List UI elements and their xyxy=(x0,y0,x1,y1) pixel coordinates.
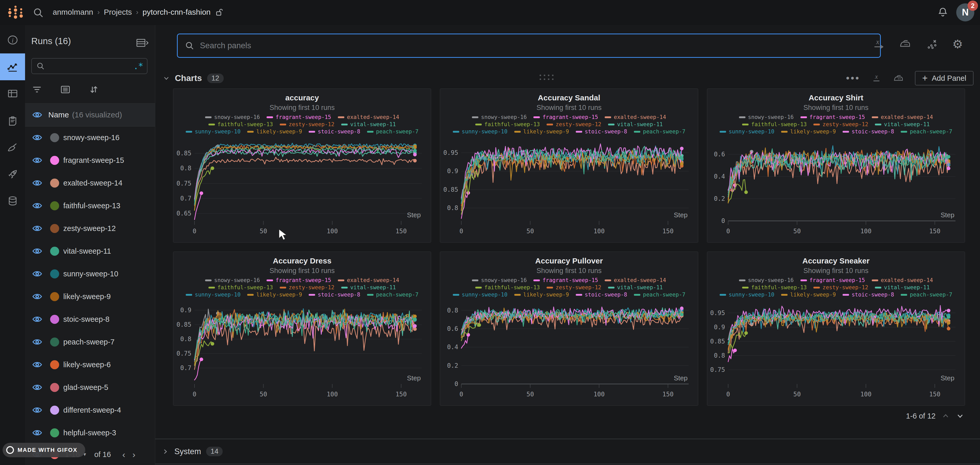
visibility-eye-icon[interactable] xyxy=(32,291,43,302)
run-name[interactable]: likely-sweep-9 xyxy=(63,292,111,301)
visibility-eye-icon[interactable] xyxy=(32,336,43,348)
visibility-eye-icon[interactable] xyxy=(32,268,43,279)
visibility-eye-icon[interactable] xyxy=(32,405,43,416)
run-row[interactable]: different-sweep-4 xyxy=(25,399,155,421)
visibility-eye-icon[interactable] xyxy=(32,427,43,438)
legend-item[interactable]: faithful-sweep-13 xyxy=(742,284,807,291)
visibility-eye-icon[interactable] xyxy=(32,132,43,143)
legend-item[interactable]: stoic-sweep-8 xyxy=(309,291,360,298)
group-list-icon[interactable] xyxy=(60,84,71,95)
legend-item[interactable]: zesty-sweep-12 xyxy=(280,121,334,128)
run-row[interactable]: likely-sweep-9 xyxy=(25,285,155,308)
regex-toggle-icon[interactable]: .* xyxy=(133,61,143,71)
run-name[interactable]: stoic-sweep-8 xyxy=(63,315,110,324)
legend-item[interactable]: snowy-sweep-16 xyxy=(472,114,527,121)
outliers-icon[interactable] xyxy=(926,37,939,51)
legend-item[interactable]: zesty-sweep-12 xyxy=(280,284,334,291)
run-row[interactable]: zesty-sweep-12 xyxy=(25,217,155,240)
run-name[interactable]: exalted-sweep-14 xyxy=(63,179,123,187)
drag-handle-icon[interactable] xyxy=(539,75,554,80)
sort-icon[interactable] xyxy=(88,84,99,95)
legend-item[interactable]: peach-sweep-7 xyxy=(367,291,418,298)
legend-item[interactable]: fragrant-sweep-15 xyxy=(800,114,865,121)
prev-page-button[interactable]: ‹ xyxy=(119,449,129,460)
legend-item[interactable]: peach-sweep-7 xyxy=(901,128,952,135)
rail-item-sweeps[interactable] xyxy=(0,134,25,161)
legend-item[interactable]: fragrant-sweep-15 xyxy=(800,277,865,284)
visibility-eye-icon[interactable] xyxy=(32,382,43,393)
legend-item[interactable]: peach-sweep-7 xyxy=(367,128,418,135)
legend-item[interactable]: exalted-sweep-14 xyxy=(605,277,666,284)
legend-item[interactable]: fragrant-sweep-15 xyxy=(533,277,598,284)
legend-item[interactable]: fragrant-sweep-15 xyxy=(267,114,331,121)
legend-item[interactable]: fragrant-sweep-15 xyxy=(533,114,598,121)
legend-item[interactable]: faithful-sweep-13 xyxy=(742,121,807,128)
visibility-eye-icon[interactable] xyxy=(32,178,43,188)
legend-item[interactable]: vital-sweep-11 xyxy=(341,121,396,128)
chart-panel[interactable]: Accuracy Shirt Showing first 10 runs sno… xyxy=(707,89,965,243)
legend-item[interactable]: zesty-sweep-12 xyxy=(813,121,868,128)
run-name[interactable]: faithful-sweep-13 xyxy=(63,202,120,210)
run-row[interactable]: sunny-sweep-10 xyxy=(25,262,155,285)
run-row[interactable]: snowy-sweep-16 xyxy=(25,126,155,149)
run-name[interactable]: sunny-sweep-10 xyxy=(63,270,118,278)
run-row[interactable]: helpful-sweep-3 xyxy=(25,421,155,444)
visibility-eye-icon[interactable] xyxy=(32,223,43,234)
rail-item-launch[interactable] xyxy=(0,161,25,187)
rail-item-notes[interactable] xyxy=(0,107,25,134)
legend-item[interactable]: exalted-sweep-14 xyxy=(338,114,399,121)
rail-item-overview[interactable]: i xyxy=(0,27,25,53)
legend-item[interactable]: zesty-sweep-12 xyxy=(813,284,868,291)
legend-item[interactable]: fragrant-sweep-15 xyxy=(267,277,331,284)
run-name[interactable]: different-sweep-4 xyxy=(63,406,121,414)
runs-table-expand-icon[interactable] xyxy=(136,37,149,49)
run-name[interactable]: zesty-sweep-12 xyxy=(63,224,116,233)
legend-item[interactable]: vital-sweep-11 xyxy=(875,284,930,291)
legend-item[interactable]: peach-sweep-7 xyxy=(634,291,685,298)
legend-item[interactable]: likely-sweep-9 xyxy=(247,291,302,298)
visibility-eye-icon[interactable] xyxy=(32,314,43,325)
run-name[interactable]: helpful-sweep-3 xyxy=(63,428,116,437)
add-panel-button[interactable]: + Add Panel xyxy=(915,71,974,86)
legend-item[interactable]: peach-sweep-7 xyxy=(901,291,952,298)
x-axis-icon[interactable]: x xyxy=(872,38,885,51)
breadcrumb-project[interactable]: pytorch-cnn-fashion xyxy=(143,8,210,16)
section-x-axis-icon[interactable]: x xyxy=(870,72,882,84)
breadcrumb-projects[interactable]: Projects xyxy=(104,8,132,16)
page-down-chevron-icon[interactable] xyxy=(956,412,964,421)
legend-item[interactable]: exalted-sweep-14 xyxy=(605,114,666,121)
legend-item[interactable]: faithful-sweep-13 xyxy=(475,284,540,291)
run-row[interactable]: exalted-sweep-14 xyxy=(25,171,155,194)
legend-item[interactable]: snowy-sweep-16 xyxy=(205,277,260,284)
wandb-logo-icon[interactable] xyxy=(7,4,25,21)
visibility-eye-icon[interactable] xyxy=(32,246,43,257)
rail-item-table[interactable] xyxy=(0,80,25,107)
legend-item[interactable]: stoic-sweep-8 xyxy=(843,128,894,135)
notifications-bell-icon[interactable] xyxy=(937,6,949,19)
legend-item[interactable]: exalted-sweep-14 xyxy=(872,277,933,284)
breadcrumb-entity[interactable]: anmolmann xyxy=(53,8,93,16)
run-row[interactable]: likely-sweep-6 xyxy=(25,353,155,376)
legend-item[interactable]: snowy-sweep-16 xyxy=(739,114,794,121)
legend-item[interactable]: exalted-sweep-14 xyxy=(338,277,399,284)
legend-item[interactable]: stoic-sweep-8 xyxy=(576,291,627,298)
visibility-eye-icon[interactable] xyxy=(32,200,43,211)
chevron-down-icon[interactable] xyxy=(162,74,170,82)
section-smoothing-iron-icon[interactable] xyxy=(893,72,905,84)
visibility-eye-icon[interactable] xyxy=(32,359,43,370)
legend-item[interactable]: exalted-sweep-14 xyxy=(872,114,933,121)
legend-item[interactable]: vital-sweep-11 xyxy=(875,121,930,128)
legend-item[interactable]: vital-sweep-11 xyxy=(608,121,663,128)
run-name[interactable]: snowy-sweep-16 xyxy=(63,133,119,142)
global-search-icon[interactable] xyxy=(33,7,44,18)
legend-item[interactable]: faithful-sweep-13 xyxy=(208,284,273,291)
chart-panel[interactable]: Accuracy Sandal Showing first 10 runs sn… xyxy=(440,89,698,243)
legend-item[interactable]: likely-sweep-9 xyxy=(247,128,302,135)
charts-section-title[interactable]: Charts xyxy=(175,73,202,83)
more-options-icon[interactable]: ••• xyxy=(846,76,860,81)
panel-search-input[interactable] xyxy=(199,41,873,51)
legend-item[interactable]: likely-sweep-9 xyxy=(781,291,836,298)
run-name[interactable]: fragrant-sweep-15 xyxy=(63,156,124,165)
legend-item[interactable]: likely-sweep-9 xyxy=(781,128,836,135)
visibility-all-eye-icon[interactable] xyxy=(32,110,43,120)
